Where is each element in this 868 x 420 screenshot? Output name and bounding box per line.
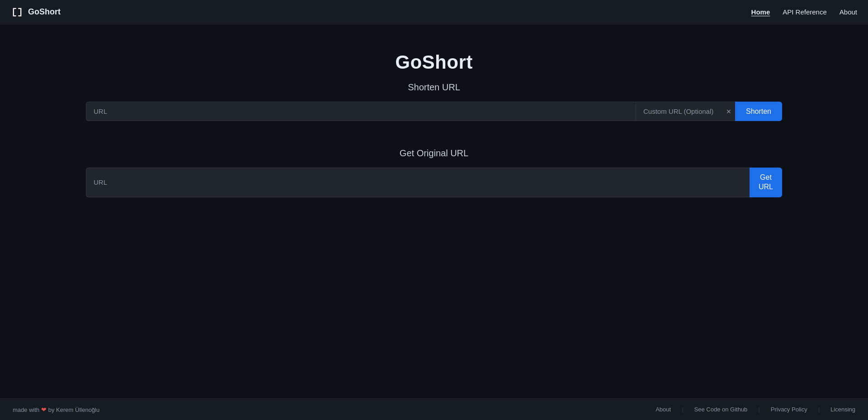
footer-link-privacy[interactable]: Privacy Policy <box>771 406 807 413</box>
footer-divider-1: | <box>682 406 683 413</box>
navbar-brand[interactable]: GoShort <box>11 6 61 19</box>
custom-url-wrapper: ✕ <box>636 102 735 121</box>
footer-heart-icon: ❤ <box>41 406 48 413</box>
nav-link-home[interactable]: Home <box>751 8 770 16</box>
shorten-url-input[interactable] <box>86 102 636 121</box>
shorten-section: Shorten URL ✕ Shorten <box>86 82 782 121</box>
navbar: GoShort Home API Reference About <box>0 0 868 24</box>
get-url-input-row: GetURL <box>86 168 782 197</box>
footer-links: About | See Code on Github | Privacy Pol… <box>656 406 855 413</box>
get-original-section: Get Original URL GetURL <box>86 148 782 197</box>
footer-divider-3: | <box>818 406 820 413</box>
get-url-button[interactable]: GetURL <box>750 168 782 197</box>
footer-divider-2: | <box>758 406 760 413</box>
navbar-links: Home API Reference About <box>751 8 857 16</box>
page-title: GoShort <box>395 51 472 73</box>
footer-link-github[interactable]: See Code on Github <box>694 406 748 413</box>
logo-icon <box>11 6 24 19</box>
shorten-section-title: Shorten URL <box>86 82 782 93</box>
main-content: GoShort Shorten URL ✕ Shorten Get Origin… <box>0 24 868 398</box>
footer-credit: made with ❤ by Kerem Üllenoğlu <box>13 406 99 413</box>
custom-url-input[interactable] <box>636 102 735 121</box>
nav-link-api-reference[interactable]: API Reference <box>783 8 827 16</box>
footer-credit-prefix: made with <box>13 406 39 413</box>
footer-link-licensing[interactable]: Licensing <box>830 406 855 413</box>
footer: made with ❤ by Kerem Üllenoğlu About | S… <box>0 398 868 420</box>
footer-credit-suffix: by Kerem Üllenoğlu <box>48 406 99 413</box>
footer-link-about[interactable]: About <box>656 406 671 413</box>
nav-link-about[interactable]: About <box>840 8 857 16</box>
navbar-title: GoShort <box>28 7 61 17</box>
get-original-section-title: Get Original URL <box>86 148 782 159</box>
clear-icon[interactable]: ✕ <box>726 108 731 115</box>
shorten-button[interactable]: Shorten <box>735 102 782 121</box>
get-url-input[interactable] <box>86 168 750 197</box>
shorten-input-row: ✕ Shorten <box>86 102 782 121</box>
